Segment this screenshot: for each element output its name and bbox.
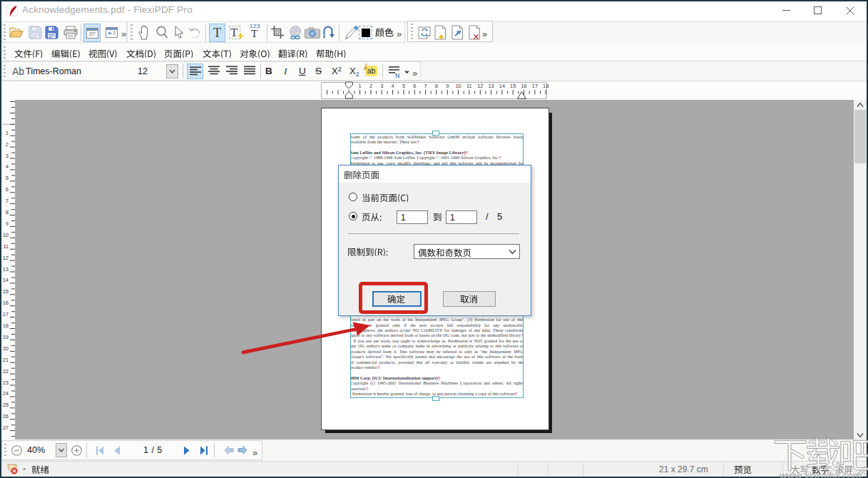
svg-text:15: 15 (510, 83, 516, 89)
svg-text:12: 12 (3, 255, 9, 261)
svg-text:25: 25 (3, 402, 9, 408)
svg-text:9: 9 (446, 83, 449, 89)
svg-text:12: 12 (477, 83, 483, 89)
svg-text:26: 26 (3, 413, 9, 419)
svg-text:20: 20 (3, 345, 9, 352)
svg-text:16: 16 (521, 83, 526, 89)
svg-text:6: 6 (413, 83, 416, 89)
svg-text:8: 8 (435, 83, 438, 89)
svg-text:6: 6 (6, 186, 9, 193)
svg-text:1: 1 (6, 130, 9, 136)
svg-text:11: 11 (466, 83, 472, 89)
svg-text:17: 17 (3, 311, 9, 317)
svg-text:14: 14 (499, 83, 505, 89)
svg-text:9: 9 (6, 220, 9, 227)
svg-text:3: 3 (380, 83, 383, 89)
svg-text:1: 1 (359, 83, 362, 89)
svg-text:21: 21 (3, 357, 9, 363)
svg-text:10: 10 (3, 232, 9, 238)
svg-text:N: N (395, 72, 400, 78)
svg-text:23: 23 (3, 380, 9, 386)
svg-text:17: 17 (532, 83, 538, 89)
svg-text:7: 7 (424, 83, 427, 89)
svg-text:15: 15 (3, 288, 9, 295)
svg-text:22: 22 (3, 368, 9, 375)
svg-text:16: 16 (3, 300, 9, 306)
svg-text:5: 5 (6, 175, 9, 181)
svg-text:18: 18 (3, 322, 9, 329)
svg-text:3: 3 (6, 153, 9, 159)
svg-text:2: 2 (6, 141, 9, 148)
svg-text:2: 2 (369, 83, 372, 89)
svg-text:10: 10 (455, 83, 461, 89)
svg-text:8: 8 (6, 209, 9, 215)
svg-text:27: 27 (3, 424, 9, 431)
svg-text:11: 11 (3, 243, 9, 250)
svg-text:24: 24 (3, 390, 9, 397)
svg-text:13: 13 (3, 266, 9, 273)
svg-text:4: 4 (6, 163, 9, 170)
svg-text:7: 7 (6, 198, 9, 204)
svg-text:13: 13 (488, 83, 494, 89)
svg-text:5: 5 (402, 83, 405, 89)
svg-text:14: 14 (3, 277, 9, 283)
svg-text:18: 18 (543, 83, 548, 89)
svg-text:19: 19 (3, 334, 9, 340)
svg-text:4: 4 (392, 83, 394, 89)
